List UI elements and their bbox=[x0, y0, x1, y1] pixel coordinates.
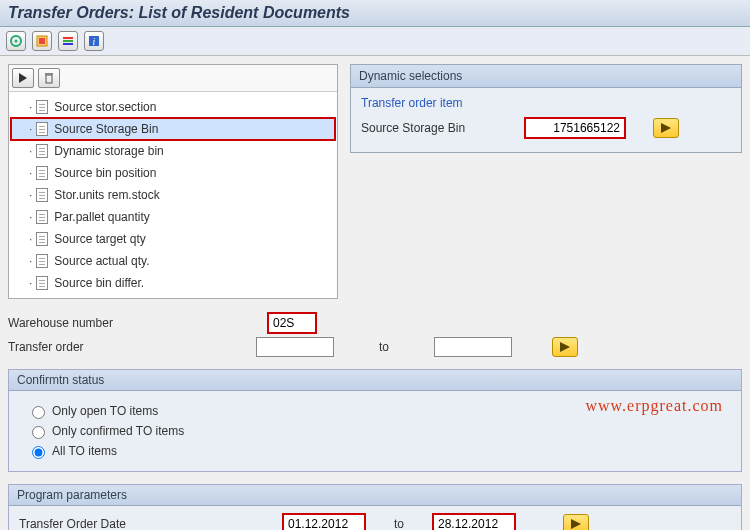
svg-marker-9 bbox=[19, 73, 27, 83]
app-toolbar: i bbox=[0, 27, 750, 56]
document-icon bbox=[36, 210, 48, 224]
tree-item[interactable]: ·Source bin differ. bbox=[11, 272, 335, 294]
radio-all-to[interactable] bbox=[32, 446, 45, 459]
tree-item[interactable]: ·Stor.units rem.stock bbox=[11, 184, 335, 206]
stripes-icon[interactable] bbox=[58, 31, 78, 51]
delete-tree-button[interactable] bbox=[38, 68, 60, 88]
transfer-order-to-input[interactable] bbox=[434, 337, 512, 357]
tree-panel: ·Source stor.section·Source Storage Bin·… bbox=[8, 64, 338, 299]
radio-all-to-label: All TO items bbox=[52, 444, 117, 458]
tree-item-label: Source bin position bbox=[54, 164, 156, 182]
document-icon bbox=[36, 122, 48, 136]
svg-text:i: i bbox=[93, 36, 96, 47]
tree-item[interactable]: ·Source stor.section bbox=[11, 96, 335, 118]
svg-rect-4 bbox=[63, 37, 73, 39]
radio-confirmed-to[interactable] bbox=[32, 426, 45, 439]
tree-bullet: · bbox=[29, 98, 32, 116]
warehouse-number-input[interactable] bbox=[268, 313, 316, 333]
svg-marker-13 bbox=[560, 342, 570, 352]
program-parameters-group: Program parameters Transfer Order Date t… bbox=[8, 484, 742, 530]
multi-select-button[interactable] bbox=[653, 118, 679, 138]
source-storage-bin-label: Source Storage Bin bbox=[361, 121, 521, 135]
tree-item[interactable]: ·Source actual qty. bbox=[11, 250, 335, 272]
document-icon bbox=[36, 166, 48, 180]
run-tree-button[interactable] bbox=[12, 68, 34, 88]
tree-item[interactable]: ·Source Storage Bin bbox=[11, 118, 335, 140]
tree-bullet: · bbox=[29, 230, 32, 248]
svg-rect-10 bbox=[46, 75, 52, 83]
svg-marker-12 bbox=[661, 123, 671, 133]
warehouse-number-label: Warehouse number bbox=[8, 316, 148, 330]
tree-item-label: Source actual qty. bbox=[54, 252, 149, 270]
tree-bullet: · bbox=[29, 208, 32, 226]
program-parameters-title: Program parameters bbox=[9, 485, 741, 506]
tree-item-label: Source bin differ. bbox=[54, 274, 144, 292]
radio-open-to-label: Only open TO items bbox=[52, 404, 158, 418]
tree-item[interactable]: ·Source target qty bbox=[11, 228, 335, 250]
tree-item[interactable]: ·Dynamic storage bin bbox=[11, 140, 335, 162]
radio-open-to[interactable] bbox=[32, 406, 45, 419]
tree-bullet: · bbox=[29, 186, 32, 204]
window-title: Transfer Orders: List of Resident Docume… bbox=[0, 0, 750, 27]
tree-item-label: Dynamic storage bin bbox=[54, 142, 163, 160]
svg-rect-11 bbox=[45, 73, 53, 75]
tree-bullet: · bbox=[29, 274, 32, 292]
tree-item[interactable]: ·Source bin position bbox=[11, 162, 335, 184]
svg-rect-3 bbox=[39, 38, 45, 44]
tree-bullet: · bbox=[29, 164, 32, 182]
document-icon bbox=[36, 232, 48, 246]
date-from-input[interactable] bbox=[283, 514, 365, 530]
transfer-order-date-label: Transfer Order Date bbox=[19, 517, 169, 530]
panel-subtitle: Transfer order item bbox=[361, 96, 731, 110]
execute-icon[interactable] bbox=[6, 31, 26, 51]
date-to-word: to bbox=[369, 517, 429, 530]
watermark: www.erpgreat.com bbox=[585, 397, 723, 415]
info-icon[interactable]: i bbox=[84, 31, 104, 51]
variant-icon[interactable] bbox=[32, 31, 52, 51]
confirm-status-body: Only open TO items Only confirmed TO ite… bbox=[9, 391, 741, 471]
to-word: to bbox=[334, 340, 434, 354]
dynamic-selections-panel: Dynamic selections Transfer order item S… bbox=[350, 64, 742, 153]
document-icon bbox=[36, 276, 48, 290]
tree-item-label: Par.pallet quantity bbox=[54, 208, 149, 226]
tree-list: ·Source stor.section·Source Storage Bin·… bbox=[9, 92, 337, 298]
document-icon bbox=[36, 100, 48, 114]
tree-item-label: Source stor.section bbox=[54, 98, 156, 116]
document-icon bbox=[36, 254, 48, 268]
tree-bullet: · bbox=[29, 120, 32, 138]
tree-item-label: Source target qty bbox=[54, 230, 145, 248]
svg-rect-6 bbox=[63, 43, 73, 45]
tree-bullet: · bbox=[29, 142, 32, 160]
transfer-order-label: Transfer order bbox=[8, 340, 148, 354]
svg-marker-14 bbox=[571, 519, 581, 529]
document-icon bbox=[36, 144, 48, 158]
radio-confirmed-to-label: Only confirmed TO items bbox=[52, 424, 184, 438]
multi-select-button-to[interactable] bbox=[552, 337, 578, 357]
transfer-order-from-input[interactable] bbox=[256, 337, 334, 357]
tree-item[interactable]: ·Par.pallet quantity bbox=[11, 206, 335, 228]
tree-item-label: Source Storage Bin bbox=[54, 120, 158, 138]
document-icon bbox=[36, 188, 48, 202]
date-to-input[interactable] bbox=[433, 514, 515, 530]
tree-bullet: · bbox=[29, 252, 32, 270]
confirm-status-title: Confirmtn status bbox=[9, 370, 741, 391]
svg-point-1 bbox=[15, 40, 18, 43]
panel-header: Dynamic selections bbox=[351, 65, 741, 88]
tree-item-label: Stor.units rem.stock bbox=[54, 186, 159, 204]
multi-select-button-date[interactable] bbox=[563, 514, 589, 530]
source-storage-bin-input[interactable] bbox=[525, 118, 625, 138]
confirm-status-group: Confirmtn status Only open TO items Only… bbox=[8, 369, 742, 472]
svg-rect-5 bbox=[63, 40, 73, 42]
